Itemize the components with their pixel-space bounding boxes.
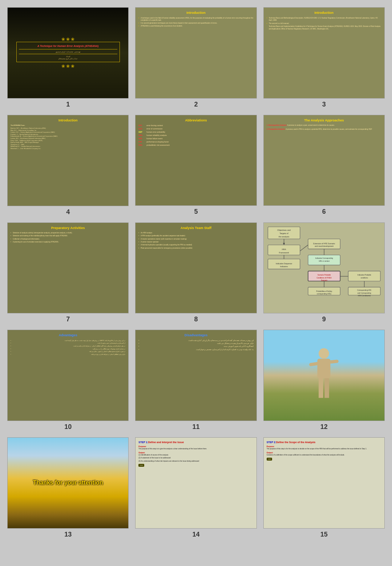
flowchart-svg: Objectives and Targets of the analysis H… (264, 223, 384, 313)
slide-5-content: EFCerror-forcing context EOCerror of com… (138, 124, 253, 146)
svg-text:corresponding HFEs: corresponding HFEs (317, 293, 332, 294)
slide-11-title: Disadvantages (138, 333, 253, 338)
svg-text:Framework: Framework (279, 252, 289, 254)
slide-13[interactable]: Thanks for your attention (7, 437, 129, 529)
svg-text:and result development: and result development (315, 245, 334, 247)
slide-wrapper-2: Introduction A technique used in the fie… (135, 7, 256, 108)
svg-rect-45 (325, 378, 330, 398)
slide-15-output-text: Consists of a definition of the scope su… (267, 454, 381, 456)
svg-text:Indicators: Indicators (280, 265, 288, 267)
slide-11-number: 11 (192, 423, 199, 431)
slide-7-content: Selection of analysis activity (retrospe… (11, 232, 125, 243)
svg-text:Indicative Sequence: Indicative Sequence (276, 262, 292, 264)
slide-2-content: A technique used in the field of human r… (138, 17, 253, 28)
slide-wrapper-13: Thanks for your attention 13 (7, 437, 129, 538)
slide-2-title: Introduction (138, 11, 253, 15)
slide-11-content: این روش در ضمانت هسته‌ای آنچه اجرا شده و… (138, 340, 253, 351)
slide-grid: Introduction Technical Basis and Methodo… (7, 7, 385, 538)
slide-5-number: 5 (194, 208, 198, 216)
slide-wrapper-15: STEP 2:Define the Scope of the Analysis … (263, 437, 385, 538)
slide-1[interactable]: ❀ ❀ ❀ A Technique for Human Error Analys… (7, 7, 129, 99)
slide-wrapper-8: Analysis Team Staff An HRA analyst A PRA… (135, 222, 256, 324)
slide-14-purpose-label: Purpose: (138, 445, 253, 448)
slide-11[interactable]: Disadvantages این روش در ضمانت هسته‌ای آ… (135, 330, 256, 421)
slide-10-number: 10 (64, 423, 72, 431)
slide-wrapper-6: The Analysis Approaches 1. Retrospective… (263, 115, 385, 216)
slide-wrapper-12: 12 (263, 330, 385, 431)
slide-7[interactable]: Preparatory Activities Selection of anal… (7, 222, 129, 314)
slide-wrapper-3: Introduction Technical Basis and Methodo… (263, 7, 385, 108)
svg-point-40 (319, 348, 329, 359)
svg-rect-29 (348, 287, 380, 295)
slide-wrapper-7: Preparatory Activities Selection of anal… (7, 222, 129, 324)
slide-1-number: 1 (66, 101, 70, 108)
slide-14-output-2: (2) A statement of the issue to be addre… (138, 457, 253, 459)
svg-text:Corresponding HFE: Corresponding HFE (357, 289, 371, 291)
slide-wrapper-4: Introduction The ATHEANA Team: Barriere,… (7, 115, 129, 216)
slide-14-output-label: Output: (138, 451, 253, 454)
slide-wrapper-9: Objectives and Targets of the analysis H… (263, 222, 385, 324)
statue-figure (300, 348, 348, 407)
slide-1-main-title: A Technique for Human Error Analysis (AT… (19, 44, 117, 48)
svg-text:HRA Constituents: HRA Constituents (358, 295, 371, 297)
slide-10[interactable]: Advantages در این روش برخی از فاکتورها (… (7, 330, 129, 421)
slide-2[interactable]: Introduction A technique used in the fie… (135, 7, 256, 99)
slide-8-number: 8 (194, 316, 198, 323)
slide-3-title: Introduction (267, 11, 381, 15)
slide-10-title: Advantages (11, 333, 125, 338)
slide-13-number: 13 (64, 531, 72, 538)
slide-1-fa1: مهندسی محمدیان / زارع رحیمپور (19, 51, 117, 53)
slide-12[interactable] (263, 330, 385, 421)
slide-1-divider (19, 49, 117, 49)
svg-rect-26 (348, 271, 380, 281)
slide-5-title: Abbreviations (138, 118, 253, 123)
slide-10-content: در این روش برخی از فاکتورها (مانند EOC‌ه… (11, 340, 125, 356)
slide-15[interactable]: STEP 2:Define the Scope of the Analysis … (263, 437, 385, 529)
svg-text:conditions: conditions (360, 277, 368, 278)
slide-3-number: 3 (322, 101, 326, 108)
slide-14[interactable]: STEP 1:Define and Interpret the Issue Pu… (135, 437, 256, 529)
slide-4-content: The ATHEANA Team: Barriere, M.T. – Brook… (11, 124, 125, 149)
svg-text:HRA: HRA (282, 248, 286, 250)
slide-9[interactable]: Objectives and Targets of the analysis H… (263, 222, 385, 314)
slide-4[interactable]: Introduction The ATHEANA Team: Barriere,… (7, 115, 129, 206)
slide-14-output-1: (1) Identification of source of the anal… (138, 454, 253, 456)
slide-1-presenter2: جناب دکتر فرج محمدفام (19, 57, 117, 60)
slide-6-number: 6 (322, 208, 326, 216)
slide-5[interactable]: Abbreviations EFCerror-forcing context E… (135, 115, 256, 206)
svg-text:Extension of HFE Scenario: Extension of HFE Scenario (313, 242, 335, 244)
slide-7-title: Preparatory Activities (11, 226, 125, 230)
svg-text:Scenario Probable: Scenario Probable (318, 274, 331, 276)
slide-3-content: Technical Basis and Methodological Descr… (267, 17, 381, 30)
slide-14-next-btn[interactable]: next (138, 464, 144, 467)
slide-6-content: 1. Retrospective Analysis: A process to … (267, 124, 381, 131)
slide-7-number: 7 (66, 316, 70, 323)
slide-12-number: 12 (320, 423, 328, 431)
slide-6[interactable]: The Analysis Approaches 1. Retrospective… (263, 115, 385, 206)
slide-1-deco-bottom: ❀ ❀ ❀ (61, 64, 75, 69)
svg-text:the analysis: the analysis (279, 235, 289, 237)
slide-8-content: An HRA analyst A PRA analyst (preferably… (138, 232, 253, 249)
slide-13-title: Thanks for your attention (29, 476, 107, 490)
slide-1-deco-top: ❀ ❀ ❀ (61, 37, 75, 42)
slide-14-output-3: (3) An understanding of what risk impact… (138, 460, 253, 462)
slide-15-next-btn[interactable]: next (267, 458, 272, 461)
slide-15-number: 15 (320, 531, 328, 538)
slide-8-title: Analysis Team Staff (138, 226, 253, 230)
slide-2-number: 2 (194, 101, 198, 108)
svg-text:Conditions of ATHEA: Conditions of ATHEA (316, 277, 331, 278)
svg-text:Targets of: Targets of (279, 232, 288, 234)
slide-4-number: 4 (66, 208, 70, 216)
svg-text:Objectives and: Objectives and (277, 229, 291, 231)
svg-text:Indicative Corresponding: Indicative Corresponding (315, 257, 333, 259)
slide-wrapper-11: Disadvantages این روش در ضمانت هسته‌ای آ… (135, 330, 256, 431)
slide-3[interactable]: Introduction Technical Basis and Methodo… (263, 7, 385, 99)
slide-wrapper-14: STEP 1:Define and Interpret the Issue Pu… (135, 437, 256, 538)
svg-text:Indicative Probable: Indicative Probable (357, 274, 371, 276)
svg-line-43 (324, 361, 337, 363)
slide-1-divider2 (19, 54, 117, 54)
slide-wrapper-10: Advantages در این روش برخی از فاکتورها (… (7, 330, 129, 431)
slide-15-output-label: Output: (267, 451, 381, 454)
slide-8[interactable]: Analysis Team Staff An HRA analyst A PRA… (135, 222, 256, 314)
slide-wrapper-5: Abbreviations EFCerror-forcing context E… (135, 115, 256, 216)
